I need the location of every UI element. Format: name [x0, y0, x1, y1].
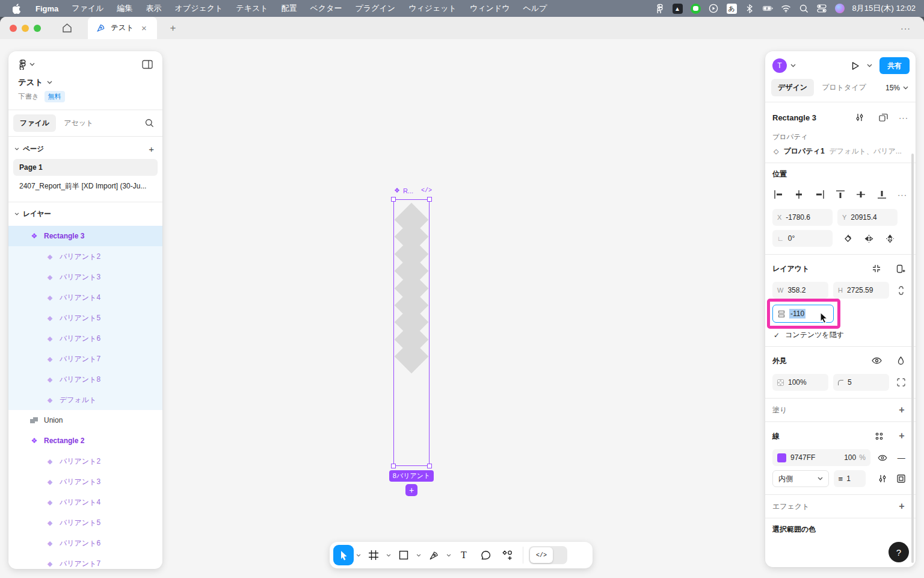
width-field[interactable]: W 358.2: [772, 282, 828, 299]
battery-icon[interactable]: [763, 4, 773, 14]
move-tool-chevron-icon[interactable]: [355, 554, 362, 557]
align-right-icon[interactable]: [815, 187, 836, 202]
rotation-field[interactable]: ∟ 0°: [772, 230, 833, 247]
x-position-field[interactable]: X -1780.6: [772, 209, 833, 226]
property-row[interactable]: ◇ プロパティ1 デフォルト、バリア...: [765, 143, 916, 163]
blend-droplet-icon[interactable]: [893, 353, 908, 368]
stroke-color-swatch[interactable]: [777, 453, 786, 462]
tab-active[interactable]: テスト ×: [88, 17, 157, 39]
window-more-icon[interactable]: ···: [901, 23, 911, 33]
avatar[interactable]: T: [772, 58, 787, 73]
menubar-object[interactable]: オブジェクト: [175, 3, 223, 14]
text-tool[interactable]: T: [454, 545, 474, 565]
add-fill-icon[interactable]: +: [895, 405, 908, 415]
opacity-field[interactable]: 100%: [772, 374, 828, 391]
add-auto-layout-icon[interactable]: [893, 261, 908, 276]
spotlight-icon[interactable]: [799, 4, 809, 14]
visibility-eye-icon[interactable]: [869, 353, 884, 368]
height-field[interactable]: H 2725.59: [833, 282, 889, 299]
shape-tool-chevron-icon[interactable]: [415, 554, 422, 557]
layer-row-variant[interactable]: ◆ バリアント5: [8, 512, 162, 533]
menubar-clock[interactable]: 8月15日(木) 12:02: [852, 3, 916, 14]
align-left-icon[interactable]: [774, 187, 794, 202]
siri-icon[interactable]: [835, 4, 845, 13]
zoom-window-button[interactable]: [34, 25, 41, 32]
more-alignment-icon[interactable]: ···: [898, 190, 907, 199]
add-page-icon[interactable]: +: [149, 144, 154, 154]
y-position-field[interactable]: Y 20915.4: [837, 209, 898, 226]
stroke-weight-field[interactable]: ≡ 1: [834, 470, 866, 487]
frame-tool-chevron-icon[interactable]: [385, 554, 392, 557]
layer-row-component[interactable]: ❖ Rectangle 3: [8, 226, 162, 246]
dev-code-badge[interactable]: </>: [421, 187, 432, 194]
flip-vertical-icon[interactable]: [882, 231, 898, 246]
menubar-widgets[interactable]: ウィジェット: [408, 3, 457, 14]
apple-icon[interactable]: [12, 4, 22, 14]
move-tool[interactable]: [333, 545, 354, 565]
file-location[interactable]: 下書き: [18, 92, 39, 101]
selection-handle-tr[interactable]: [427, 197, 432, 202]
selection-handle-bl[interactable]: [391, 464, 396, 468]
figma-menu-icon[interactable]: [18, 59, 35, 70]
layer-row-variant[interactable]: ◆ バリアント6: [8, 533, 162, 553]
variant-count-badge[interactable]: 8バリアント: [389, 470, 434, 482]
stroke-color-field[interactable]: 9747FF 100 %: [772, 449, 870, 466]
figma-status-icon[interactable]: [654, 4, 665, 14]
dev-mode-toggle[interactable]: </>: [529, 546, 567, 564]
align-h-center-icon[interactable]: [794, 187, 815, 202]
tab-assets[interactable]: アセット: [57, 114, 100, 132]
selection-handle-tl[interactable]: [391, 197, 396, 202]
play-circle-icon[interactable]: [709, 4, 719, 14]
search-icon[interactable]: [145, 119, 154, 128]
minimize-window-button[interactable]: [22, 25, 29, 32]
layer-row-variant[interactable]: ◆ バリアント8: [8, 369, 162, 390]
tab-design[interactable]: デザイン: [771, 79, 814, 96]
page-item-selected[interactable]: Page 1: [13, 159, 158, 176]
layers-heading[interactable]: レイヤー: [23, 210, 51, 219]
pen-tool[interactable]: [424, 545, 444, 565]
align-v-center-icon[interactable]: [856, 187, 876, 202]
menubar-edit[interactable]: 編集: [117, 3, 133, 14]
layer-row-variant[interactable]: ◆ バリアント6: [8, 328, 162, 349]
remove-stroke-icon[interactable]: —: [894, 450, 908, 465]
menubar-app-figma[interactable]: Figma: [35, 4, 58, 13]
flip-horizontal-icon[interactable]: [861, 231, 876, 246]
inspector-scrollbar[interactable]: [911, 154, 914, 563]
menubar-view[interactable]: 表示: [146, 3, 162, 14]
rotate-icon[interactable]: [840, 231, 855, 246]
pen-tool-chevron-icon[interactable]: [445, 554, 452, 557]
add-stroke-icon[interactable]: +: [895, 430, 908, 441]
bluetooth-icon[interactable]: [745, 4, 755, 14]
tab-prototype[interactable]: プロトタイプ: [815, 79, 873, 96]
tab-files[interactable]: ファイル: [13, 114, 56, 132]
hide-content-checkbox[interactable]: ✓ コンテンツを隠す: [765, 323, 916, 346]
layer-row-variant[interactable]: ◆ バリアント4: [8, 492, 162, 512]
close-window-button[interactable]: [10, 25, 17, 32]
corner-radius-field[interactable]: 5: [833, 374, 889, 391]
present-play-icon[interactable]: [848, 58, 863, 73]
align-top-icon[interactable]: [836, 187, 856, 202]
home-button[interactable]: [58, 19, 76, 37]
stroke-visibility-eye-icon[interactable]: [875, 450, 890, 465]
selection-handle-br[interactable]: [427, 464, 432, 468]
align-bottom-icon[interactable]: [877, 187, 898, 202]
menubar-vector[interactable]: ベクター: [310, 3, 342, 14]
menubar-plugins[interactable]: プラグイン: [355, 3, 395, 14]
free-plan-badge[interactable]: 無料: [45, 91, 65, 102]
layer-row-component[interactable]: ❖ Rectangle 2: [8, 430, 162, 451]
menubar-arrange[interactable]: 配置: [282, 3, 297, 14]
layer-row-variant[interactable]: ◆ バリアント7: [8, 553, 162, 569]
share-button[interactable]: 共有: [879, 57, 910, 74]
menubar-window[interactable]: ウィンドウ: [470, 3, 510, 14]
add-effect-icon[interactable]: +: [895, 501, 908, 512]
layer-row-variant[interactable]: ◆ バリアント3: [8, 267, 162, 287]
styles-grid-icon[interactable]: [871, 428, 887, 444]
app-icon-dark[interactable]: ▲: [673, 4, 683, 14]
add-variant-button[interactable]: +: [405, 484, 417, 496]
adjust-sliders-icon[interactable]: [852, 110, 867, 125]
zoom-control[interactable]: 15%: [886, 84, 908, 92]
component-tools-icon[interactable]: [875, 110, 891, 125]
layer-row-variant[interactable]: ◆ バリアント2: [8, 451, 162, 471]
new-tab-button[interactable]: +: [165, 22, 180, 34]
component-set-label[interactable]: ❖ R... </>: [394, 187, 432, 194]
